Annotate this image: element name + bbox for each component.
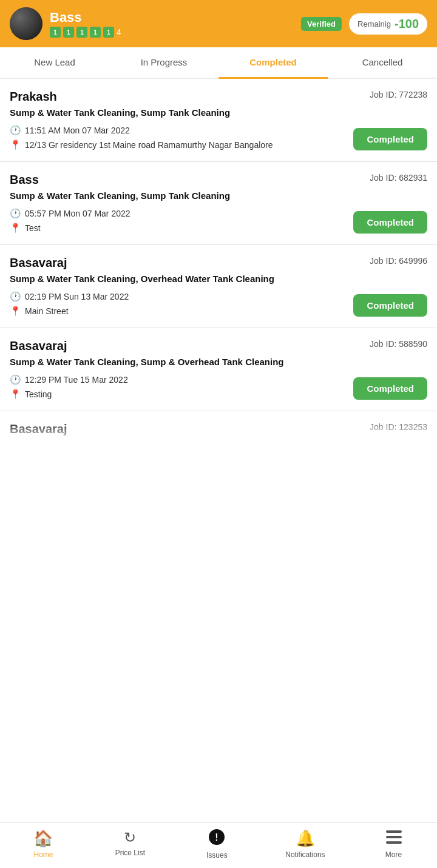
header-info: Bass 1 1 1 1 1 4	[50, 10, 294, 38]
completed-btn-3[interactable]: Completed	[353, 294, 427, 317]
clock-icon-4: 🕐	[10, 374, 21, 385]
avatar	[10, 7, 42, 40]
star-4: 1	[90, 27, 101, 38]
location-icon-1: 📍	[10, 140, 21, 150]
job-card-4: Basavaraj Job ID: 588590 Sump & Water Ta…	[0, 328, 437, 411]
job-service-4: Sump & Water Tank Cleaning, Sump & Overh…	[10, 355, 427, 368]
job-meta-3: 🕐 02:19 PM Sun 13 Mar 2022 📍 Main Street	[10, 291, 129, 317]
job-location-3: 📍 Main Street	[10, 306, 129, 317]
star-3: 1	[76, 27, 87, 38]
job-meta-2: 🕐 05:57 PM Mon 07 Mar 2022 📍 Test	[10, 208, 130, 234]
job-time-1: 🕐 11:51 AM Mon 07 Mar 2022	[10, 125, 273, 136]
remaining-box: Remainig -100	[349, 13, 427, 35]
jobs-list: Prakash Job ID: 772238 Sump & Water Tank…	[0, 79, 437, 498]
job-service-3: Sump & Water Tank Cleaning, Overhead Wat…	[10, 272, 427, 285]
job-customer-3: Basavaraj	[10, 256, 67, 270]
job-header-partial: Basavaraj Job ID: 123253	[10, 422, 427, 436]
location-icon-4: 📍	[10, 389, 21, 400]
tab-new-lead[interactable]: New Lead	[0, 47, 109, 79]
job-details-3: 🕐 02:19 PM Sun 13 Mar 2022 📍 Main Street…	[10, 291, 427, 317]
location-icon-3: 📍	[10, 306, 21, 317]
job-details-1: 🕐 11:51 AM Mon 07 Mar 2022 📍 12/13 Gr re…	[10, 125, 427, 150]
job-card-partial: Basavaraj Job ID: 123253	[0, 411, 437, 443]
job-meta-1: 🕐 11:51 AM Mon 07 Mar 2022 📍 12/13 Gr re…	[10, 125, 273, 150]
job-customer-2: Bass	[10, 173, 39, 187]
star-2: 1	[63, 27, 74, 38]
job-header-3: Basavaraj Job ID: 649996	[10, 256, 427, 270]
job-card-3: Basavaraj Job ID: 649996 Sump & Water Ta…	[0, 245, 437, 328]
verified-badge: Verified	[301, 17, 342, 31]
completed-btn-4[interactable]: Completed	[353, 377, 427, 400]
job-details-2: 🕐 05:57 PM Mon 07 Mar 2022 📍 Test Comple…	[10, 208, 427, 234]
tab-cancelled[interactable]: Cancelled	[328, 47, 437, 79]
clock-icon-1: 🕐	[10, 125, 21, 136]
job-header-1: Prakash Job ID: 772238	[10, 90, 427, 104]
stars-row: 1 1 1 1 1 4	[50, 27, 294, 38]
job-location-1: 📍 12/13 Gr residency 1st Maine road Rama…	[10, 140, 273, 150]
job-location-4: 📍 Testing	[10, 389, 128, 400]
job-details-4: 🕐 12:29 PM Tue 15 Mar 2022 📍 Testing Com…	[10, 374, 427, 400]
completed-btn-1[interactable]: Completed	[353, 128, 427, 150]
job-card-2: Bass Job ID: 682931 Sump & Water Tank Cl…	[0, 162, 437, 245]
location-icon-2: 📍	[10, 223, 21, 234]
job-customer-4: Basavaraj	[10, 339, 67, 353]
job-location-2: 📍 Test	[10, 223, 130, 234]
job-id-2: Job ID: 682931	[370, 173, 427, 183]
remaining-label: Remainig	[357, 19, 391, 29]
completed-btn-2[interactable]: Completed	[353, 211, 427, 234]
tabs: New Lead In Progress Completed Cancelled	[0, 47, 437, 79]
job-id-partial: Job ID: 123253	[370, 422, 427, 432]
tab-in-progress[interactable]: In Progress	[109, 47, 218, 79]
job-customer-1: Prakash	[10, 90, 57, 104]
job-id-1: Job ID: 772238	[370, 90, 427, 99]
star-1: 1	[50, 27, 61, 38]
job-time-4: 🕐 12:29 PM Tue 15 Mar 2022	[10, 374, 128, 385]
remaining-value: -100	[395, 17, 419, 31]
job-customer-partial: Basavaraj	[10, 422, 67, 436]
header: Bass 1 1 1 1 1 4 Verified Remainig -100	[0, 0, 437, 47]
star-5: 1	[103, 27, 114, 38]
job-service-1: Sump & Water Tank Cleaning, Sump Tank Cl…	[10, 106, 427, 119]
job-id-4: Job ID: 588590	[370, 339, 427, 349]
job-id-3: Job ID: 649996	[370, 256, 427, 266]
job-time-2: 🕐 05:57 PM Mon 07 Mar 2022	[10, 208, 130, 219]
job-time-3: 🕐 02:19 PM Sun 13 Mar 2022	[10, 291, 129, 302]
job-header-2: Bass Job ID: 682931	[10, 173, 427, 187]
job-card-1: Prakash Job ID: 772238 Sump & Water Tank…	[0, 79, 437, 162]
job-header-4: Basavaraj Job ID: 588590	[10, 339, 427, 353]
clock-icon-2: 🕐	[10, 208, 21, 219]
user-name: Bass	[50, 10, 294, 25]
job-service-2: Sump & Water Tank Cleaning, Sump Tank Cl…	[10, 189, 427, 202]
star-count: 4	[117, 27, 121, 37]
clock-icon-3: 🕐	[10, 291, 21, 302]
tab-completed[interactable]: Completed	[218, 47, 328, 79]
job-meta-4: 🕐 12:29 PM Tue 15 Mar 2022 📍 Testing	[10, 374, 128, 400]
